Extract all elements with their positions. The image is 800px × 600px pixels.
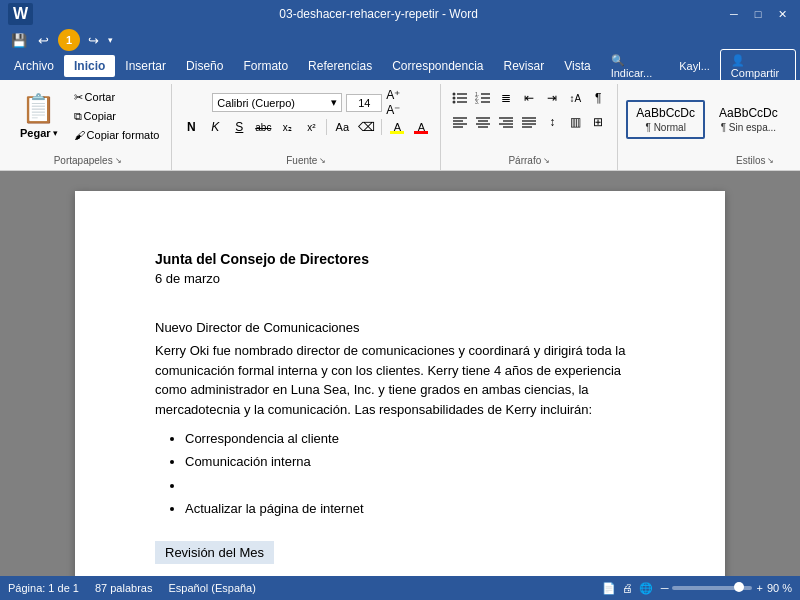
status-icon-web[interactable]: 🌐 <box>639 582 653 595</box>
save-button[interactable]: 💾 <box>8 29 30 51</box>
line-spacing-button[interactable]: ↕ <box>541 112 563 132</box>
align-center-button[interactable] <box>472 112 494 132</box>
clipboard-expand-icon[interactable]: ↘ <box>115 156 122 165</box>
sort-button[interactable]: ↕A <box>564 88 586 108</box>
paste-dropdown-icon[interactable]: ▾ <box>53 128 58 138</box>
redo-button[interactable]: ↪ <box>82 29 104 51</box>
align-left-button[interactable] <box>449 112 471 132</box>
menu-vista[interactable]: Vista <box>554 55 600 77</box>
font-shrink-button[interactable]: A⁻ <box>386 103 400 117</box>
font-name-dropdown[interactable]: Calibri (Cuerpo) ▾ <box>212 93 342 112</box>
undo-count-badge: 1 <box>58 29 80 51</box>
strikethrough-button[interactable]: abc <box>252 117 274 137</box>
paste-icon: 📋 <box>21 92 56 125</box>
italic-button[interactable]: K <box>204 117 226 137</box>
status-page-info: Página: 1 de 1 <box>8 582 79 594</box>
style-no-space[interactable]: AaBbCcDc ¶ Sin espa... <box>709 100 788 139</box>
zoom-out-button[interactable]: ─ <box>661 582 669 594</box>
list-item: Comunicación interna <box>185 450 645 473</box>
underline-button[interactable]: S <box>228 117 250 137</box>
close-button[interactable]: ✕ <box>772 4 792 24</box>
justify-button[interactable] <box>518 112 540 132</box>
font-expand-icon[interactable]: ↘ <box>319 156 326 165</box>
ribbon-group-clipboard: 📋 Pegar ▾ ✂ Cortar ⧉ Copiar <box>4 84 172 170</box>
multilevel-list-button[interactable]: ≣ <box>495 88 517 108</box>
ribbon: 📋 Pegar ▾ ✂ Cortar ⧉ Copiar <box>0 80 800 171</box>
title-bar: W 03-deshacer-rehacer-y-repetir - Word ─… <box>0 0 800 28</box>
numbered-list-button[interactable]: 1.2.3. <box>472 88 494 108</box>
menu-bar: Archivo Inicio Insertar Diseño Formato R… <box>0 52 800 80</box>
status-bar: Página: 1 de 1 87 palabras Español (Espa… <box>0 576 800 600</box>
change-case-button[interactable]: Aa <box>331 117 353 137</box>
cut-icon: ✂ <box>74 91 83 104</box>
bullet-list-button[interactable] <box>449 88 471 108</box>
menu-archivo[interactable]: Archivo <box>4 55 64 77</box>
borders-button[interactable]: ⊞ <box>587 112 609 132</box>
style-normal[interactable]: AaBbCcDc ¶ Normal <box>626 100 705 139</box>
font-sep-2 <box>381 119 382 135</box>
style-nospace-label: ¶ Sin espa... <box>719 122 778 133</box>
format-painter-button[interactable]: 🖌 Copiar formato <box>70 127 164 143</box>
clear-format-button[interactable]: ⌫ <box>355 117 377 137</box>
doc-title: Junta del Consejo de Directores <box>155 251 645 267</box>
increase-indent-button[interactable]: ⇥ <box>541 88 563 108</box>
menu-correspondencia[interactable]: Correspondencia <box>382 55 493 77</box>
svg-point-0 <box>453 93 456 96</box>
status-word-count: 87 palabras <box>95 582 153 594</box>
quick-access-toolbar: 💾 ↩ 1 ↪ ▾ <box>0 28 800 52</box>
menu-insertar[interactable]: Insertar <box>115 55 176 77</box>
superscript-button[interactable]: x² <box>300 117 322 137</box>
status-icon-print[interactable]: 🖨 <box>622 582 633 595</box>
styles-expand-icon[interactable]: ↘ <box>767 156 774 165</box>
status-icon-layout[interactable]: 📄 <box>602 582 616 595</box>
doc-body[interactable]: Kerry Oki fue nombrado director de comun… <box>155 341 645 419</box>
menu-indicar[interactable]: 🔍 Indicar... <box>601 50 670 83</box>
style-heading1[interactable]: AaBbCc Título 1 <box>792 99 800 140</box>
align-right-button[interactable] <box>495 112 517 132</box>
zoom-slider[interactable] <box>672 586 752 590</box>
list-item <box>185 474 645 497</box>
show-hide-button[interactable]: ¶ <box>587 88 609 108</box>
font-name-arrow: ▾ <box>331 96 337 109</box>
list-item: Actualizar la página de internet <box>185 497 645 520</box>
font-grow-button[interactable]: A⁺ <box>386 88 400 102</box>
svg-point-2 <box>453 97 456 100</box>
minimize-button[interactable]: ─ <box>724 4 744 24</box>
undo-button[interactable]: ↩ <box>32 29 54 51</box>
share-button[interactable]: 👤 Compartir <box>720 49 796 84</box>
paste-label: Pegar <box>20 127 51 139</box>
bold-button[interactable]: N <box>180 117 202 137</box>
font-size-input[interactable]: 14 <box>346 94 382 112</box>
zoom-thumb <box>734 582 744 592</box>
zoom-in-button[interactable]: + <box>756 582 762 594</box>
doc-subtitle: Nuevo Director de Comunicaciones <box>155 320 645 335</box>
menu-diseno[interactable]: Diseño <box>176 55 233 77</box>
ribbon-group-paragraph: 1.2.3. ≣ ⇤ ⇥ ↕A ¶ <box>441 84 618 170</box>
window-title: 03-deshacer-rehacer-y-repetir - Word <box>33 7 724 21</box>
style-nospace-preview: AaBbCcDc <box>719 106 778 120</box>
paste-button[interactable]: 📋 Pegar ▾ <box>12 88 66 143</box>
maximize-button[interactable]: □ <box>748 4 768 24</box>
menu-referencias[interactable]: Referencias <box>298 55 382 77</box>
text-highlight-button[interactable]: A <box>386 117 408 137</box>
paragraph-expand-icon[interactable]: ↘ <box>543 156 550 165</box>
text-color-button[interactable]: A <box>410 117 432 137</box>
menu-user[interactable]: Kayl... <box>669 56 720 76</box>
status-language: Español (España) <box>168 582 255 594</box>
menu-inicio[interactable]: Inicio <box>64 55 115 77</box>
document-container: Junta del Consejo de Directores 6 de mar… <box>0 171 800 576</box>
copy-button[interactable]: ⧉ Copiar <box>70 108 164 125</box>
ribbon-group-styles: AaBbCcDc ¶ Normal AaBbCcDc ¶ Sin espa...… <box>618 84 800 170</box>
format-painter-icon: 🖌 <box>74 129 85 141</box>
shading-button[interactable]: ▥ <box>564 112 586 132</box>
subscript-button[interactable]: x₂ <box>276 117 298 137</box>
cut-button[interactable]: ✂ Cortar <box>70 89 164 106</box>
copy-icon: ⧉ <box>74 110 82 123</box>
menu-formato[interactable]: Formato <box>233 55 298 77</box>
doc-date: 6 de marzo <box>155 271 645 286</box>
doc-section-heading: Revisión del Mes <box>155 541 274 564</box>
menu-revisar[interactable]: Revisar <box>494 55 555 77</box>
decrease-indent-button[interactable]: ⇤ <box>518 88 540 108</box>
quick-access-dropdown[interactable]: ▾ <box>106 35 115 45</box>
style-normal-label: ¶ Normal <box>636 122 695 133</box>
